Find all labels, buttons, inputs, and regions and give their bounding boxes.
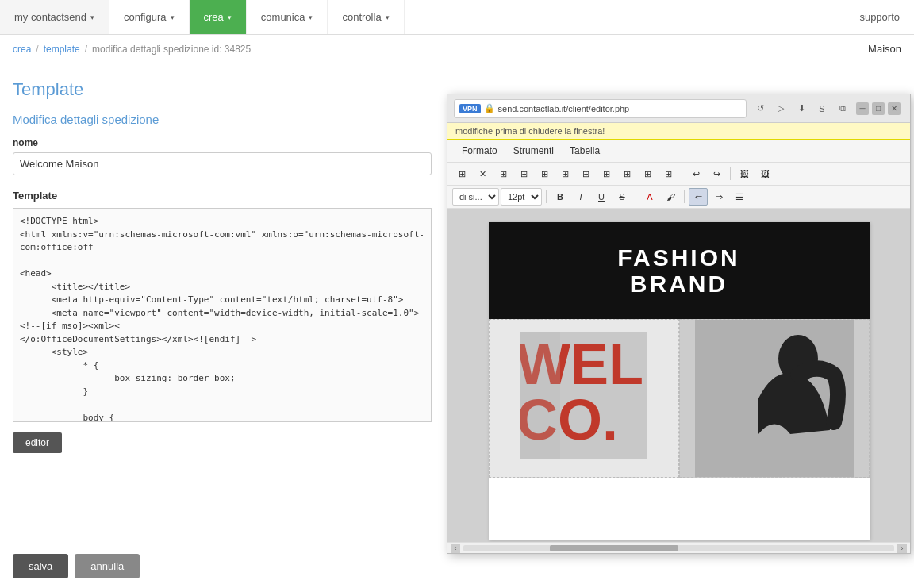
browser-download-btn[interactable]: ⬇: [793, 100, 810, 117]
tb-close-btn[interactable]: ✕: [473, 165, 492, 183]
nav-caret-4: ▾: [386, 13, 390, 21]
nav-support-label: supporto: [859, 11, 900, 23]
browser-reload-btn[interactable]: ↺: [751, 100, 769, 117]
close-button[interactable]: ✕: [888, 102, 901, 115]
minimize-button[interactable]: ─: [856, 102, 869, 115]
breadcrumb-crea[interactable]: crea: [13, 44, 31, 55]
name-group: nome: [13, 137, 432, 175]
nav-label-crea: crea: [204, 11, 224, 23]
tb-sep-3: [546, 190, 547, 203]
maximize-button[interactable]: □: [872, 102, 885, 115]
nav-caret-0: ▾: [90, 13, 94, 21]
nav-label-my-contactsend: my contactsend: [14, 11, 86, 23]
tb-grid2-btn[interactable]: ⊞: [514, 165, 533, 183]
email-header-line1: FASHION: [501, 244, 857, 271]
nav-item-my-contactsend[interactable]: my contactsend ▾: [0, 0, 109, 34]
browser-url: send.contactlab.it/client/editor.php: [498, 104, 630, 113]
breadcrumb-detail: modifica dettagli spedizione id: 34825: [92, 44, 251, 55]
tb-insert-img2-btn[interactable]: 🖼: [755, 165, 774, 183]
editor-content-area[interactable]: FASHION BRAND WEL CO.: [447, 209, 910, 469]
editor-toolbar: Formato Strumenti Tabella ⊞ ✕ ⊞ ⊞ ⊞ ⊞ ⊞ …: [447, 140, 910, 209]
tb-redo-btn[interactable]: ↪: [707, 165, 726, 183]
strikethrough-button[interactable]: S: [613, 188, 632, 206]
tb-sep-1: [682, 167, 682, 180]
bold-button[interactable]: B: [551, 188, 570, 206]
page-title: Template: [13, 79, 432, 100]
tb-grid7-btn[interactable]: ⊞: [617, 165, 636, 183]
editor-menu: Formato Strumenti Tabella: [447, 140, 910, 163]
tb-undo-btn[interactable]: ↩: [686, 165, 705, 183]
lock-icon: 🔒: [484, 103, 495, 113]
email-image-left: WEL CO.: [489, 319, 679, 469]
warning-text: modifiche prima di chiudere la finestra!: [455, 126, 605, 136]
nav-support[interactable]: supporto: [845, 0, 914, 34]
vpn-badge: VPN: [459, 104, 481, 113]
editor-button[interactable]: editor: [13, 432, 62, 453]
tb-sep-2: [730, 167, 731, 180]
nav-item-crea[interactable]: crea ▾: [190, 0, 247, 34]
nav-item-comunica[interactable]: comunica ▾: [247, 0, 328, 34]
email-header: FASHION BRAND: [489, 222, 870, 319]
ltr-button[interactable]: ⇒: [709, 188, 728, 206]
welcome-svg: WEL CO.: [520, 332, 647, 459]
browser-forward-btn[interactable]: ▷: [772, 100, 789, 117]
browser-addressbar[interactable]: VPN 🔒 send.contactlab.it/client/editor.p…: [454, 99, 747, 118]
tb-grid3-btn[interactable]: ⊞: [535, 165, 554, 183]
tb-grid1-btn[interactable]: ⊞: [493, 165, 513, 183]
nav-label-configura: configura: [124, 11, 166, 23]
tb-grid5-btn[interactable]: ⊞: [576, 165, 595, 183]
menu-strumenti[interactable]: Strumenti: [505, 143, 562, 159]
template-group: Template: [13, 190, 432, 425]
browser-ext-btn1[interactable]: S: [813, 100, 831, 117]
tb-sep-4: [636, 190, 636, 203]
template-code-editor[interactable]: [13, 208, 432, 422]
email-image-right: [679, 319, 870, 469]
breadcrumb-sep-1: /: [36, 44, 38, 55]
page-content: Template Modifica dettagli spedizione no…: [0, 63, 444, 469]
nav-caret-3: ▾: [309, 13, 313, 21]
tb-grid4-btn[interactable]: ⊞: [555, 165, 574, 183]
tb-sep-5: [684, 190, 685, 203]
editor-toolbar-buttons: ⊞ ✕ ⊞ ⊞ ⊞ ⊞ ⊞ ⊞ ⊞ ⊞ ⊞ ↩ ↪ 🖼 🖼: [447, 163, 910, 186]
nav-caret-1: ▾: [171, 13, 175, 21]
template-label: Template: [13, 190, 432, 202]
font-family-select[interactable]: di si...: [452, 188, 499, 206]
font-color-button[interactable]: A: [640, 188, 659, 206]
nav-item-controlla[interactable]: controlla ▾: [328, 0, 404, 34]
name-label: nome: [13, 137, 432, 148]
list-button[interactable]: ☰: [730, 188, 749, 206]
italic-button[interactable]: I: [571, 188, 590, 206]
warning-bar: modifiche prima di chiudere la finestra!: [447, 123, 910, 140]
rtl-button[interactable]: ⇐: [689, 188, 708, 206]
underline-button[interactable]: U: [592, 188, 611, 206]
nav-caret-2: ▾: [228, 13, 232, 21]
browser-window: VPN 🔒 send.contactlab.it/client/editor.p…: [447, 94, 911, 469]
email-images: WEL CO.: [489, 319, 870, 469]
email-preview: FASHION BRAND WEL CO.: [489, 222, 870, 469]
editor-format-buttons: di si... 12pt B I U S A 🖌 ⇐ ⇒ ☰: [447, 186, 910, 209]
breadcrumb-user: Maison: [868, 43, 901, 55]
nav-item-configura[interactable]: configura ▾: [109, 0, 189, 34]
tb-table-btn[interactable]: ⊞: [452, 165, 471, 183]
nav-label-controlla: controlla: [342, 11, 381, 23]
tb-grid8-btn[interactable]: ⊞: [638, 165, 657, 183]
highlight-button[interactable]: 🖌: [661, 188, 680, 206]
menu-tabella[interactable]: Tabella: [562, 143, 608, 159]
tb-grid6-btn[interactable]: ⊞: [597, 165, 616, 183]
breadcrumb-sep-2: /: [85, 44, 87, 55]
email-header-line2: BRAND: [501, 271, 857, 297]
browser-window-controls: ─ □ ✕: [856, 102, 901, 115]
section-subtitle: Modifica dettagli spedizione: [13, 113, 432, 126]
tb-grid9-btn[interactable]: ⊞: [659, 165, 678, 183]
font-size-select[interactable]: 12pt: [501, 188, 542, 206]
person-svg: [695, 319, 854, 469]
breadcrumb-template[interactable]: template: [44, 44, 80, 55]
breadcrumb: crea / template / modifica dettagli sped…: [0, 35, 914, 63]
menu-formato[interactable]: Formato: [454, 143, 505, 159]
nav-label-comunica: comunica: [261, 11, 305, 23]
welcome-text: WEL CO.: [520, 332, 647, 464]
browser-ext-btn2[interactable]: ⧉: [834, 100, 851, 117]
top-navigation: my contactsend ▾ configura ▾ crea ▾ comu…: [0, 0, 914, 35]
name-input[interactable]: [13, 152, 432, 175]
tb-insert-img-btn[interactable]: 🖼: [735, 165, 754, 183]
